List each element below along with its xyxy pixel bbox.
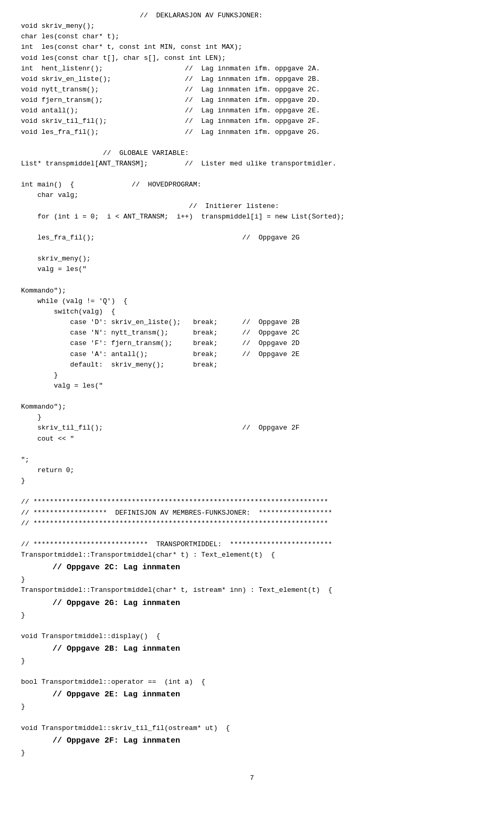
page-content: // DEKLARASJON AV FUNKSJONER: void skriv… <box>21 11 483 758</box>
close-4: } void Transportmiddel::skriv_til_fil(os… <box>21 702 483 733</box>
close-2: } void Transportmiddel::display() { <box>21 610 483 642</box>
bold-comment-1: // Oppgave 2C: Lag innmaten <box>21 560 483 575</box>
code-section: // DEKLARASJON AV FUNKSJONER: void skriv… <box>21 11 483 560</box>
bold-comment-5: // Oppgave 2F: Lag innmaten <box>21 734 483 748</box>
close-5: } <box>21 748 483 758</box>
close-1: } <box>21 575 483 585</box>
blank-1: Transportmiddel::Transportmiddel(char* t… <box>21 585 483 596</box>
bold-comment-4: // Oppgave 2E: Lag innmaten <box>21 687 483 702</box>
page-number: 7 <box>21 774 483 782</box>
close-3: } bool Transportmiddel::operator == (int… <box>21 656 483 687</box>
bold-comment-2: // Oppgave 2G: Lag innmaten <box>21 596 483 610</box>
bold-comment-3: // Oppgave 2B: Lag innmaten <box>21 642 483 656</box>
